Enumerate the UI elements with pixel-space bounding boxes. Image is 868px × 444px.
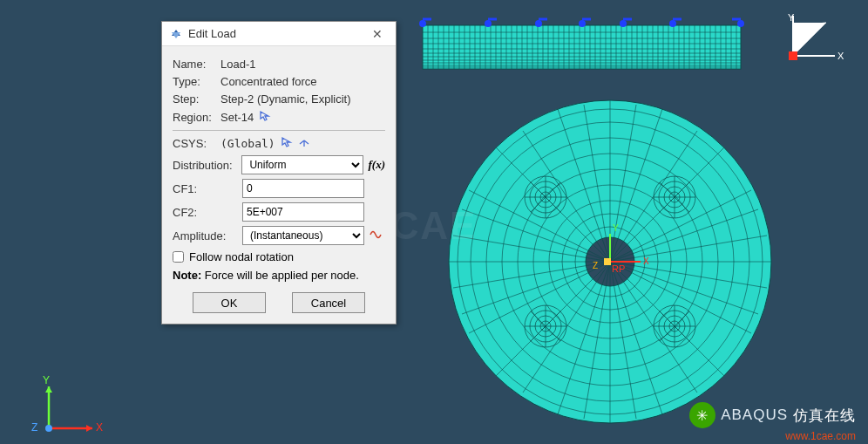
svg-point-3	[485, 21, 491, 26]
amplitude-select[interactable]: (Instantaneous)	[242, 226, 364, 245]
type-label: Type:	[173, 75, 220, 88]
reference-axes: X Y	[783, 12, 852, 73]
viewport[interactable]: X Y Z RP	[0, 0, 868, 444]
svg-text:X: X	[837, 51, 844, 61]
create-csys-icon[interactable]	[298, 136, 310, 151]
pick-region-icon[interactable]	[259, 110, 271, 125]
svg-text:Y: Y	[613, 223, 619, 233]
region-label: Region:	[173, 111, 220, 124]
amplitude-label: Amplitude:	[173, 229, 242, 242]
viewport-canvas[interactable]: X Y Z RP	[0, 0, 868, 444]
type-value: Concentrated force	[220, 75, 317, 88]
step-label: Step:	[173, 92, 220, 106]
svg-text:Z: Z	[593, 261, 598, 270]
svg-marker-44	[86, 425, 92, 432]
disk-mesh: X Y Z RP	[449, 100, 771, 423]
svg-point-6	[620, 21, 626, 26]
amplitude-icon[interactable]	[370, 229, 383, 243]
name-label: Name:	[173, 58, 220, 71]
dialog-titlebar[interactable]: Edit Load ✕	[162, 22, 396, 46]
svg-text:Y: Y	[788, 12, 795, 23]
svg-point-8	[738, 21, 743, 26]
svg-marker-46	[45, 386, 52, 393]
axis-x-label: X	[96, 421, 103, 434]
cf1-label: CF1:	[173, 182, 242, 195]
cf1-input[interactable]	[242, 179, 364, 198]
distribution-select[interactable]: Uniform	[241, 155, 363, 174]
csys-value: (Global)	[220, 137, 275, 150]
svg-point-47	[45, 425, 52, 432]
fx-icon[interactable]: f(x)	[369, 158, 386, 172]
ok-button[interactable]: OK	[193, 292, 266, 313]
edit-load-dialog: Edit Load ✕ Name: Load-1 Type: Concentra…	[161, 21, 397, 324]
global-triad: X Y Z	[38, 378, 108, 439]
svg-rect-40	[604, 258, 611, 265]
csys-label: CSYS:	[173, 137, 220, 150]
cancel-button[interactable]: Cancel	[292, 292, 365, 313]
svg-rect-50	[789, 51, 797, 60]
axis-y-label: Y	[43, 374, 50, 386]
watermark-abaqus: ✳ ABAQUS 仿真在线	[689, 402, 856, 428]
wechat-icon: ✳	[689, 402, 715, 428]
note-text: Note: Force will be applied per node.	[173, 269, 385, 282]
svg-rect-1	[423, 25, 741, 69]
name-value: Load-1	[220, 58, 255, 71]
close-button[interactable]: ✕	[364, 24, 390, 44]
svg-text:RP: RP	[612, 263, 625, 274]
dialog-title: Edit Load	[188, 27, 364, 40]
follow-nodal-rotation-checkbox[interactable]	[173, 251, 184, 263]
svg-point-5	[580, 21, 585, 26]
svg-text:X: X	[643, 256, 649, 266]
distribution-label: Distribution:	[173, 159, 241, 172]
axis-z-label: Z	[31, 421, 37, 434]
abaqus-logo-icon	[169, 27, 183, 41]
cf2-input[interactable]	[242, 202, 364, 222]
region-value: Set-14	[220, 111, 254, 124]
step-value: Step-2 (Dynamic, Explicit)	[220, 92, 351, 106]
pick-csys-icon[interactable]	[281, 136, 293, 151]
beam-mesh	[420, 19, 743, 69]
cf2-label: CF2:	[173, 206, 242, 219]
svg-point-7	[670, 21, 675, 26]
svg-point-4	[536, 21, 541, 26]
watermark-url: www.1cae.com	[785, 430, 856, 442]
svg-point-2	[420, 21, 425, 26]
follow-nodal-rotation-label: Follow nodal rotation	[189, 250, 294, 263]
